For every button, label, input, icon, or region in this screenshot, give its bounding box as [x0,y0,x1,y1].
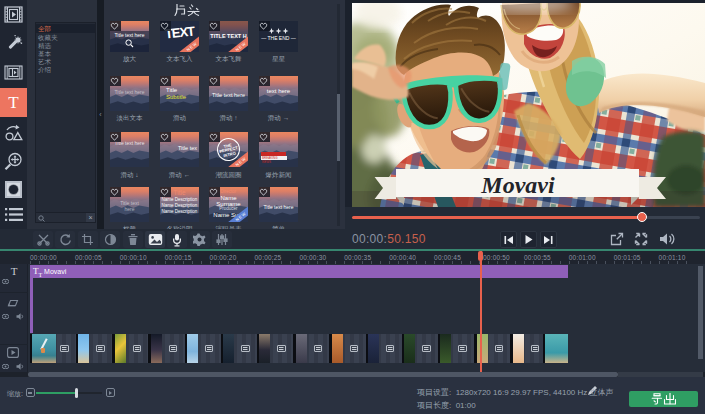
svg-text:Movavi: Movavi [480,172,555,198]
